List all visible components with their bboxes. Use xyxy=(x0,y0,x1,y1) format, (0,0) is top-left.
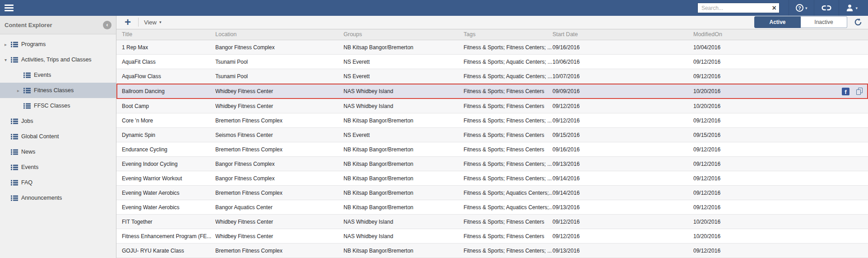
cell-title: 1 Rep Max xyxy=(122,44,215,51)
cell-modified-on: 10/20/2016 xyxy=(693,103,868,109)
top-bar: × ? ▾ ▾ xyxy=(0,0,868,16)
chevron-down-icon: ▾ xyxy=(805,6,808,10)
sidebar-item[interactable]: FAQ xyxy=(0,175,116,190)
cell-groups: NS Everett xyxy=(343,73,464,80)
cell-start-date: 09/14/2016 xyxy=(552,190,693,196)
table-row[interactable]: Evening Indoor Cycling Bangor Fitness Co… xyxy=(116,157,868,171)
table-row[interactable]: Endurance Cycling Bremerton Fitness Comp… xyxy=(116,142,868,157)
cell-groups: NB Kitsap Bangor/Bremerton xyxy=(343,190,464,196)
cell-title: Core 'n More xyxy=(122,117,215,124)
cell-modified-on: 09/12/2016 xyxy=(693,146,868,153)
cell-groups: NS Everett xyxy=(343,132,464,138)
table-row[interactable]: AquaFlow Class Tsunami Pool NS Everett F… xyxy=(116,69,868,84)
help-menu[interactable]: ? ▾ xyxy=(790,0,813,16)
sidebar-item-label: FAQ xyxy=(21,179,32,186)
cell-location: Tsunami Pool xyxy=(215,73,343,80)
column-header[interactable]: Start Date xyxy=(552,31,693,38)
sidebar-item-label: Announcements xyxy=(21,195,62,201)
sidebar-item[interactable]: Activities, Trips and Classes xyxy=(0,52,116,67)
cell-title: Evening Water Aerobics xyxy=(122,204,215,211)
sidebar-item-label: Events xyxy=(34,72,51,78)
cell-groups: NS Everett xyxy=(343,59,464,65)
cell-location: Whidbey Fitness Center xyxy=(215,88,343,94)
cell-start-date: 09/12/2016 xyxy=(552,219,693,225)
cell-location: Bangor Fitness Complex xyxy=(215,161,343,167)
sidebar-item[interactable]: Events xyxy=(0,159,116,175)
sidebar-item[interactable]: Global Content xyxy=(0,129,116,144)
column-header[interactable]: ModifiedOn xyxy=(693,31,868,38)
add-button[interactable]: + xyxy=(123,17,133,28)
view-label: View xyxy=(144,19,157,26)
tree-expander-icon[interactable] xyxy=(5,42,11,47)
column-header[interactable]: Groups xyxy=(343,31,464,38)
list-icon xyxy=(23,103,31,109)
table-row[interactable]: Core 'n More Bremerton Fitness Complex N… xyxy=(116,113,868,128)
cell-location: Whidbey Fitness Center xyxy=(215,219,343,225)
table-row[interactable]: FIT Together Whidbey Fitness Center NAS … xyxy=(116,215,868,229)
sidebar-item[interactable]: FFSC Classes xyxy=(0,98,116,113)
sidebar-item[interactable]: Programs xyxy=(0,37,116,52)
link-button[interactable] xyxy=(815,0,838,16)
column-header[interactable]: Title xyxy=(122,31,215,38)
search-clear-icon[interactable]: × xyxy=(772,5,776,12)
sidebar-item-label: Events xyxy=(21,164,38,170)
cell-tags: Fitness & Sports; Aquatics Centers;... xyxy=(464,190,552,196)
table-row[interactable]: Boot Camp Whidbey Fitness Center NAS Whi… xyxy=(116,99,868,113)
table-row[interactable]: AquaFit Class Tsunami Pool NS Everett Fi… xyxy=(116,55,868,69)
table-row[interactable]: Evening Warrior Workout Bangor Fitness C… xyxy=(116,171,868,186)
copy-icon[interactable] xyxy=(856,88,863,95)
view-dropdown[interactable]: View ▾ xyxy=(144,19,161,26)
sidebar-item[interactable]: Jobs xyxy=(0,113,116,129)
user-menu[interactable]: ▾ xyxy=(840,0,863,16)
cell-modified-on: 09/12/2016 xyxy=(693,175,868,182)
table-row[interactable]: Ballroom Dancing Whidbey Fitness Center … xyxy=(116,84,868,99)
cell-location: Bremerton Fitness Complex xyxy=(215,248,343,254)
active-filter-button[interactable]: Active xyxy=(754,16,801,28)
cell-location: Seismos Fitness Center xyxy=(215,132,343,138)
cell-modified-on: 09/12/2016 xyxy=(693,161,868,167)
cell-tags: Fitness & Sports; Fitness Centers xyxy=(464,233,552,239)
cell-tags: Fitness & Sports; Aquatics Centers;... xyxy=(464,204,552,211)
table-row[interactable]: Dynamic Spin Seismos Fitness Center NS E… xyxy=(116,128,868,142)
cell-tags: Fitness & Sports; Fitness Centers; ... xyxy=(464,248,552,254)
cell-location: Bangor Fitness Complex xyxy=(215,44,343,51)
chevron-down-icon: ▾ xyxy=(855,6,858,10)
table-row[interactable]: Fitness Enhancement Program (FE... Whidb… xyxy=(116,229,868,244)
column-header[interactable]: Tags xyxy=(464,31,552,38)
chevron-down-icon: ▾ xyxy=(159,20,162,24)
list-icon xyxy=(11,195,18,201)
tree-expander-icon[interactable] xyxy=(5,57,11,62)
cell-tags: Fitness & Sports; Fitness Centers; ... xyxy=(464,44,552,51)
cell-start-date: 09/16/2016 xyxy=(552,146,693,153)
table-row[interactable]: GOJU- RYU Karate Class Bremerton Fitness… xyxy=(116,244,868,258)
cell-location: Bremerton Fitness Complex xyxy=(215,146,343,153)
sidebar-item[interactable]: News xyxy=(0,144,116,159)
cell-title: Dynamic Spin xyxy=(122,132,215,138)
table-row[interactable]: Evening Water Aerobics Bangor Aquatics C… xyxy=(116,200,868,215)
refresh-icon[interactable] xyxy=(854,18,863,27)
column-header[interactable]: Location xyxy=(215,31,343,38)
hamburger-menu-icon[interactable] xyxy=(4,4,14,12)
cell-title: Fitness Enhancement Program (FE... xyxy=(122,233,215,239)
sidebar-item[interactable]: Events xyxy=(0,67,116,83)
search-box[interactable]: × xyxy=(697,3,780,13)
person-icon xyxy=(846,4,854,12)
table-row[interactable]: 1 Rep Max Bangor Fitness Complex NB Kits… xyxy=(116,40,868,55)
cell-start-date: 09/15/2016 xyxy=(552,132,693,138)
tree-expander-icon[interactable] xyxy=(17,88,23,93)
content-explorer-panel: Content Explorer ‹ xyxy=(0,16,116,258)
table-row[interactable]: Evening Water Aerobics Bremerton Fitness… xyxy=(116,186,868,200)
cell-tags: Fitness & Sports; Fitness Centers xyxy=(464,88,552,94)
sidebar-item[interactable]: Announcements xyxy=(0,190,116,206)
main-content: + View ▾ Active Inactive xyxy=(116,16,868,258)
cell-groups: NB Kitsap Bangor/Bremerton xyxy=(343,117,464,124)
inactive-filter-button[interactable]: Inactive xyxy=(801,16,847,28)
sidebar-item[interactable]: Fitness Classes xyxy=(0,83,116,98)
search-input[interactable] xyxy=(701,5,772,11)
list-icon xyxy=(11,42,18,47)
cell-start-date: 09/12/2016 xyxy=(552,117,693,124)
facebook-icon[interactable]: f xyxy=(842,88,849,95)
collapse-panel-icon[interactable]: ‹ xyxy=(103,21,111,29)
status-toggle: Active Inactive xyxy=(754,16,847,28)
cell-modified-on: 10/20/2016 xyxy=(693,219,868,225)
